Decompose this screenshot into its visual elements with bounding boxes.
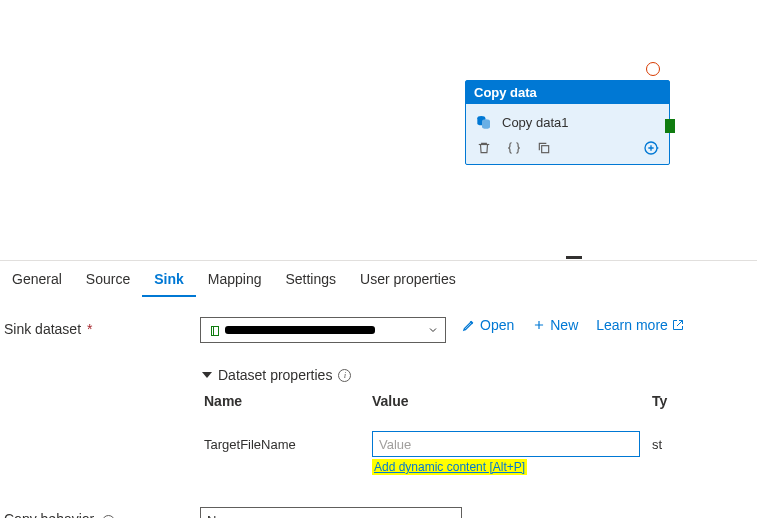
dataset-properties-section: Dataset properties i Name Value Ty Targe… [204,367,744,457]
chevron-down-icon [427,324,439,336]
column-header-name: Name [204,393,372,409]
tab-mapping[interactable]: Mapping [196,261,274,297]
add-dynamic-content-link[interactable]: Add dynamic content [Alt+P] [372,459,527,475]
tab-general[interactable]: General [0,261,74,297]
table-row: TargetFileName Add dynamic content [Alt+… [204,417,744,457]
copy-behavior-label: Copy behavior i [4,507,200,518]
new-dataset-button[interactable]: New [532,317,578,333]
activity-title: Copy data [466,81,669,104]
tab-source[interactable]: Source [74,261,142,297]
clone-icon[interactable] [536,140,552,156]
delete-icon[interactable] [476,140,492,156]
dataset-properties-toggle[interactable]: Dataset properties i [204,367,351,383]
copy-behavior-label-text: Copy behavior [4,511,94,518]
param-name: TargetFileName [204,437,372,452]
sink-dataset-row: Sink dataset * Open [4,311,757,349]
add-output-icon[interactable] [643,140,659,156]
info-icon[interactable]: i [338,369,351,382]
dataset-properties-label: Dataset properties [218,367,332,383]
open-label: Open [480,317,514,333]
tab-settings[interactable]: Settings [273,261,348,297]
success-output-handle[interactable] [665,119,675,133]
column-header-type: Ty [652,393,744,409]
braces-icon[interactable] [506,140,522,156]
external-link-icon [672,319,684,331]
column-header-value: Value [372,393,652,409]
database-icon [476,114,492,130]
param-type: st [652,437,744,452]
sink-panel: Sink dataset * Open [0,297,757,518]
copy-behavior-row: Copy behavior i None [4,501,757,518]
activity-name: Copy data1 [502,115,569,130]
copy-data-activity[interactable]: Copy data Copy data1 [465,80,670,165]
info-icon[interactable]: i [102,515,115,519]
required-indicator: * [87,321,92,337]
pencil-icon [462,318,476,332]
dataset-icon [209,324,221,338]
param-value-input[interactable] [372,431,640,457]
svg-rect-2 [542,146,549,153]
svg-rect-4 [212,327,219,336]
copy-behavior-value: None [207,513,238,519]
copy-behavior-dropdown[interactable]: None [200,507,462,518]
tab-sink[interactable]: Sink [142,261,196,297]
chevron-down-icon [443,514,455,518]
open-dataset-button[interactable]: Open [462,317,514,333]
learn-more-link[interactable]: Learn more [596,317,684,333]
pipeline-canvas[interactable]: Copy data Copy data1 [0,0,757,260]
sink-dataset-dropdown[interactable] [200,317,446,343]
resize-handle[interactable] [566,256,582,259]
validation-circle-icon [646,62,660,76]
collapse-triangle-icon [202,372,212,378]
sink-dataset-label-text: Sink dataset [4,321,81,337]
tab-user-properties[interactable]: User properties [348,261,468,297]
learn-more-label: Learn more [596,317,668,333]
plus-icon [532,318,546,332]
sink-dataset-label: Sink dataset * [4,317,200,337]
new-label: New [550,317,578,333]
activity-tabs: General Source Sink Mapping Settings Use… [0,260,757,297]
